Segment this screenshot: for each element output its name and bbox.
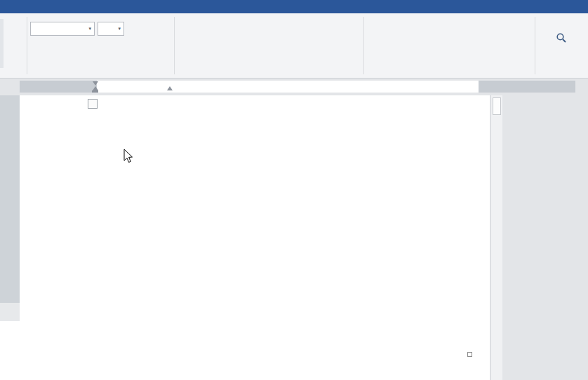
- file-tab-partial[interactable]: [0, 0, 7, 13]
- left-indent-marker[interactable]: [92, 90, 98, 93]
- ribbon: [0, 13, 588, 79]
- styles-group: [363, 13, 535, 78]
- group-separator: [27, 17, 27, 74]
- group-separator: [174, 17, 175, 74]
- font-size-combobox[interactable]: [98, 22, 124, 36]
- horizontal-ruler[interactable]: [0, 79, 588, 95]
- mouse-cursor: [123, 149, 133, 166]
- font-group: [27, 13, 174, 78]
- group-separator: [535, 17, 535, 74]
- paragraph-group: [174, 13, 363, 78]
- page[interactable]: [20, 95, 490, 380]
- cell-indent-marker[interactable]: [167, 86, 173, 90]
- find-icon: [556, 32, 567, 43]
- table-resize-handle[interactable]: [467, 352, 472, 357]
- font-name-combobox[interactable]: [30, 22, 95, 36]
- first-line-indent-marker[interactable]: [93, 81, 98, 86]
- group-separator: [363, 17, 364, 74]
- left-gutter: [0, 321, 20, 380]
- left-gutter: [0, 95, 20, 303]
- editing-group[interactable]: [535, 13, 588, 78]
- ruler-text-band: [97, 81, 479, 93]
- ribbon-tab-bar: [0, 0, 588, 13]
- scrollbar-thumb[interactable]: [493, 97, 501, 115]
- word-window: [0, 0, 588, 380]
- vertical-scrollbar[interactable]: [490, 95, 502, 380]
- left-gutter: [0, 303, 20, 321]
- paste-button-partial[interactable]: [0, 19, 4, 68]
- clipboard-group: [0, 13, 27, 78]
- font-row1: [30, 22, 126, 36]
- ratings-table: [20, 95, 490, 380]
